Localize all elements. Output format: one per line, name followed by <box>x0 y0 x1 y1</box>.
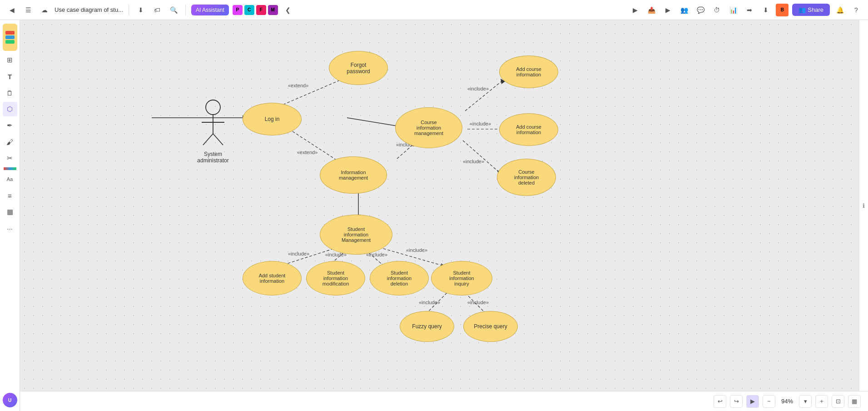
comment-button[interactable]: 💬 <box>694 4 707 16</box>
ellipse-forgot-password[interactable]: Forgotpassword <box>329 51 388 85</box>
download-button[interactable]: ⬇ <box>134 4 147 16</box>
svg-line-28 <box>465 293 486 313</box>
svg-text:«include»: «include» <box>467 300 489 305</box>
expand-button[interactable]: ⬇ <box>759 4 772 16</box>
actor-label: Systemadministrator <box>195 151 231 164</box>
svg-text:«include»: «include» <box>467 86 489 91</box>
ellipse-course-deleted[interactable]: Courseinformationdeleted <box>497 159 556 196</box>
cloud-button[interactable]: ☁ <box>38 4 51 16</box>
tag-button[interactable]: 🏷 <box>151 4 164 16</box>
svg-line-4 <box>347 118 397 126</box>
svg-line-26 <box>427 293 447 313</box>
table-tool[interactable]: ▦ <box>3 205 17 219</box>
shapes-tool[interactable]: ⬡ <box>3 102 17 116</box>
svg-text:«include»: «include» <box>406 247 427 253</box>
publish-button[interactable]: 📤 <box>645 4 658 16</box>
svg-point-42 <box>206 100 220 115</box>
ai-assistant-button[interactable]: AI Assistant <box>191 5 229 15</box>
svg-line-12 <box>463 140 499 172</box>
color-palette[interactable] <box>3 24 17 51</box>
select-tool[interactable]: ⊞ <box>3 53 17 67</box>
svg-text:«include»: «include» <box>288 251 309 256</box>
divider1 <box>129 5 129 15</box>
layout-button[interactable]: ▦ <box>848 395 861 408</box>
right-expand-button[interactable]: ▶ <box>629 4 641 16</box>
zoom-out-button[interactable]: − <box>763 395 775 408</box>
svg-line-8 <box>465 81 501 111</box>
arrow-button[interactable]: ➡ <box>743 4 756 16</box>
collapse-panel-button[interactable]: ❮ <box>282 4 294 16</box>
ellipse-fuzzy-query[interactable]: Fuzzy query <box>400 311 454 342</box>
sticky-note-tool[interactable]: 🗒 <box>3 85 17 100</box>
app-icon-2[interactable]: C <box>244 5 254 15</box>
svg-text:«extend»: «extend» <box>297 150 317 155</box>
undo-button[interactable]: ↩ <box>714 395 726 408</box>
more-tool[interactable]: ··· <box>3 221 17 236</box>
list-tool[interactable]: ≡ <box>3 188 17 203</box>
back-button[interactable]: ◀ <box>5 4 18 16</box>
collab-button[interactable]: 👥 <box>678 4 690 16</box>
svg-line-6 <box>293 131 338 161</box>
app-icons: P C F M <box>233 5 278 15</box>
ellipse-student-inquiry[interactable]: Studentinformationinquiry <box>431 261 492 296</box>
ellipse-info-mgmt[interactable]: Informationmanagement <box>320 156 387 194</box>
redo-button[interactable]: ↪ <box>730 395 743 408</box>
top-toolbar: ◀ ☰ ☁ Use case diagram of stu... ⬇ 🏷 🔍 A… <box>0 0 868 20</box>
ellipse-student-mod[interactable]: Studentinformationmodification <box>306 261 365 296</box>
ellipse-course-info-mgmt[interactable]: Courseinformationmanagement <box>395 107 462 148</box>
text-format-tool[interactable]: Aa <box>3 172 17 186</box>
left-sidebar: ⊞ T 🗒 ⬡ ✒ 🖌 ✂ Aa ≡ ▦ ··· U <box>0 20 20 411</box>
share-icon: 👥 <box>799 6 806 13</box>
ellipse-student-del[interactable]: Studentinformationdeletion <box>370 261 429 296</box>
play-button[interactable]: ▶ <box>661 4 674 16</box>
info-icon[interactable]: ℹ <box>863 202 865 209</box>
divider2 <box>185 5 186 15</box>
app-icon-4[interactable]: M <box>268 5 278 15</box>
zoom-level: 94% <box>779 398 795 405</box>
diagram-canvas[interactable]: «extend» «extend» «include» «include» «i… <box>20 20 868 391</box>
eraser-tool[interactable]: ✂ <box>3 151 17 165</box>
actor-stick-figure <box>195 97 231 154</box>
brush-tool[interactable]: 🖌 <box>3 135 17 149</box>
select-mode-button[interactable]: ▶ <box>746 395 759 408</box>
menu-button[interactable]: ☰ <box>22 4 35 16</box>
svg-line-45 <box>203 134 213 145</box>
ellipse-student-info-mgmt[interactable]: StudentinformationManagement <box>320 215 392 255</box>
app-icon-3[interactable]: F <box>256 5 266 15</box>
notification-button[interactable]: 🔔 <box>833 4 846 16</box>
bottom-toolbar: ↩ ↪ ▶ − 94% ▾ + ⊡ ▦ <box>20 391 868 411</box>
timer-button[interactable]: ⏱ <box>710 4 723 16</box>
brand-icon: B <box>776 4 789 16</box>
right-info-panel: ℹ <box>859 20 868 391</box>
share-button[interactable]: 👥 Share <box>792 4 830 16</box>
ellipse-add-student[interactable]: Add studentinformation <box>243 261 302 296</box>
svg-text:«include»: «include» <box>463 159 484 164</box>
svg-text:«include»: «include» <box>419 300 440 305</box>
ellipse-login[interactable]: Log in <box>243 103 302 135</box>
ellipse-precise-query[interactable]: Precise query <box>463 311 518 342</box>
share-label: Share <box>808 6 823 13</box>
zoom-in-button[interactable]: + <box>815 395 828 408</box>
avatar: U <box>3 393 17 407</box>
text-tool[interactable]: T <box>3 69 17 84</box>
search-button[interactable]: 🔍 <box>167 4 180 16</box>
zoom-dropdown-button[interactable]: ▾ <box>799 395 812 408</box>
svg-text:«include»: «include» <box>470 121 491 126</box>
document-title: Use case diagram of stu... <box>55 6 123 13</box>
fit-screen-button[interactable]: ⊡ <box>832 395 844 408</box>
ellipse-add-course-2[interactable]: Add courseinformation <box>499 113 558 146</box>
chart-button[interactable]: 📊 <box>727 4 739 16</box>
app-icon-1[interactable]: P <box>233 5 243 15</box>
toolbar-right-section: ▶ 📤 ▶ 👥 💬 ⏱ 📊 ➡ ⬇ B 👥 Share 🔔 ? <box>629 4 863 16</box>
help-button[interactable]: ? <box>850 4 863 16</box>
pen-tool[interactable]: ✒ <box>3 118 17 133</box>
svg-line-2 <box>279 79 342 106</box>
svg-text:«extend»: «extend» <box>288 83 308 88</box>
svg-line-46 <box>213 134 223 145</box>
ellipse-add-course-1[interactable]: Add courseinformation <box>499 55 558 88</box>
color-bar <box>4 167 16 170</box>
